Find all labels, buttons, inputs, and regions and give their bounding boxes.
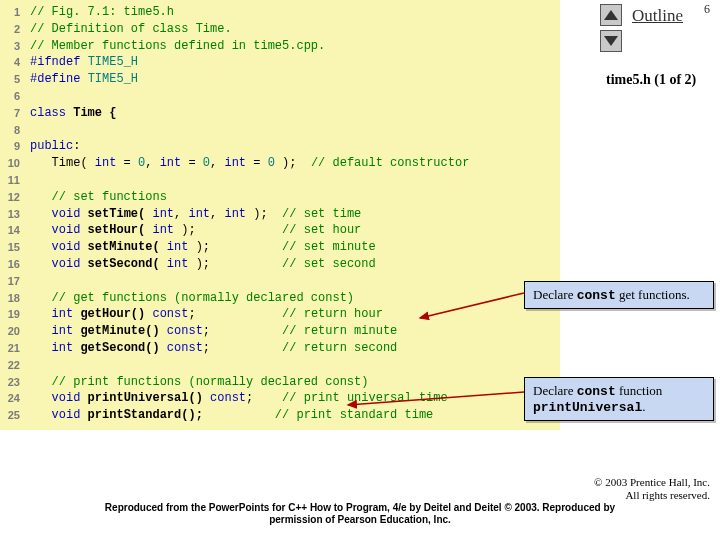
callout-const-getters: Declare const get functions. [524, 281, 714, 309]
code-content: void printUniversal() const; // print un… [30, 390, 448, 407]
code-line: 2// Definition of class Time. [0, 21, 560, 38]
nav-up-button[interactable] [600, 4, 622, 26]
code-line: 23 // print functions (normally declared… [0, 374, 560, 391]
code-line: 5#define TIME5_H [0, 71, 560, 88]
code-content [30, 122, 37, 139]
code-line: 11 [0, 172, 560, 189]
callout-mono: printUniversal [533, 400, 642, 415]
triangle-down-icon [604, 36, 618, 46]
code-line: 12 // set functions [0, 189, 560, 206]
line-number: 16 [0, 256, 20, 273]
code-line: 6 [0, 88, 560, 105]
reproduction-notice: Reproduced from the PowerPoints for C++ … [0, 502, 720, 526]
repro-line: Reproduced from the PowerPoints for C++ … [105, 502, 615, 513]
code-line: 9public: [0, 138, 560, 155]
line-number: 1 [0, 4, 20, 21]
code-line: 1// Fig. 7.1: time5.h [0, 4, 560, 21]
code-line: 13 void setTime( int, int, int ); // set… [0, 206, 560, 223]
copyright-line: © 2003 Prentice Hall, Inc. [594, 476, 710, 488]
callout-text: Declare [533, 383, 577, 398]
code-content: class Time { [30, 105, 116, 122]
code-line: 14 void setHour( int ); // set hour [0, 222, 560, 239]
code-content: #define TIME5_H [30, 71, 138, 88]
callout-mono: const [577, 384, 616, 399]
page-number: 6 [704, 2, 710, 17]
callout-text: function [616, 383, 663, 398]
slide-subtitle: time5.h (1 of 2) [606, 72, 696, 88]
line-number: 4 [0, 54, 20, 71]
line-number: 20 [0, 323, 20, 340]
outline-label: Outline [632, 6, 683, 26]
code-content: public: [30, 138, 80, 155]
nav-down-button[interactable] [600, 30, 622, 52]
code-content: void printStandard(); // print standard … [30, 407, 433, 424]
code-content: // get functions (normally declared cons… [30, 290, 354, 307]
line-number: 23 [0, 374, 20, 391]
callout-text: . [642, 399, 645, 414]
code-line: 17 [0, 273, 560, 290]
callout-text: Declare [533, 287, 577, 302]
copyright-line: All rights reserved. [625, 489, 710, 501]
code-content [30, 172, 37, 189]
code-content: void setMinute( int ); // set minute [30, 239, 376, 256]
line-number: 7 [0, 105, 20, 122]
line-number: 13 [0, 206, 20, 223]
callout-printuniversal: Declare const function printUniversal. [524, 377, 714, 421]
code-content [30, 88, 37, 105]
code-content: #ifndef TIME5_H [30, 54, 138, 71]
code-line: 10 Time( int = 0, int = 0, int = 0 ); //… [0, 155, 560, 172]
line-number: 25 [0, 407, 20, 424]
line-number: 17 [0, 273, 20, 290]
line-number: 6 [0, 88, 20, 105]
code-content: // Member functions defined in time5.cpp… [30, 38, 325, 55]
code-content: int getMinute() const; // return minute [30, 323, 397, 340]
line-number: 21 [0, 340, 20, 357]
code-content [30, 273, 37, 290]
line-number: 10 [0, 155, 20, 172]
code-line: 18 // get functions (normally declared c… [0, 290, 560, 307]
code-line: 7class Time { [0, 105, 560, 122]
code-panel: 1// Fig. 7.1: time5.h2// Definition of c… [0, 0, 560, 430]
copyright-notice: © 2003 Prentice Hall, Inc. All rights re… [594, 476, 710, 502]
line-number: 14 [0, 222, 20, 239]
code-line: 20 int getMinute() const; // return minu… [0, 323, 560, 340]
line-number: 5 [0, 71, 20, 88]
code-content: void setTime( int, int, int ); // set ti… [30, 206, 361, 223]
repro-line: permission of Pearson Education, Inc. [269, 514, 451, 525]
triangle-up-icon [604, 10, 618, 20]
code-line: 25 void printStandard(); // print standa… [0, 407, 560, 424]
code-line: 19 int getHour() const; // return hour [0, 306, 560, 323]
code-line: 16 void setSecond( int ); // set second [0, 256, 560, 273]
line-number: 15 [0, 239, 20, 256]
code-line: 24 void printUniversal() const; // print… [0, 390, 560, 407]
code-content: int getHour() const; // return hour [30, 306, 383, 323]
code-content: void setSecond( int ); // set second [30, 256, 376, 273]
line-number: 12 [0, 189, 20, 206]
line-number: 11 [0, 172, 20, 189]
callout-text: get functions. [616, 287, 690, 302]
code-line: 3// Member functions defined in time5.cp… [0, 38, 560, 55]
code-line: 4#ifndef TIME5_H [0, 54, 560, 71]
code-line: 21 int getSecond() const; // return seco… [0, 340, 560, 357]
code-content: // set functions [30, 189, 167, 206]
line-number: 8 [0, 122, 20, 139]
line-number: 22 [0, 357, 20, 374]
line-number: 24 [0, 390, 20, 407]
code-content: // Fig. 7.1: time5.h [30, 4, 174, 21]
line-number: 9 [0, 138, 20, 155]
line-number: 19 [0, 306, 20, 323]
line-number: 2 [0, 21, 20, 38]
line-number: 3 [0, 38, 20, 55]
line-number: 18 [0, 290, 20, 307]
code-content: // print functions (normally declared co… [30, 374, 368, 391]
code-content: Time( int = 0, int = 0, int = 0 ); // de… [30, 155, 469, 172]
code-content: int getSecond() const; // return second [30, 340, 397, 357]
code-line: 22 [0, 357, 560, 374]
code-line: 8 [0, 122, 560, 139]
code-content [30, 357, 37, 374]
callout-mono: const [577, 288, 616, 303]
code-content: // Definition of class Time. [30, 21, 232, 38]
code-line: 15 void setMinute( int ); // set minute [0, 239, 560, 256]
code-content: void setHour( int ); // set hour [30, 222, 361, 239]
